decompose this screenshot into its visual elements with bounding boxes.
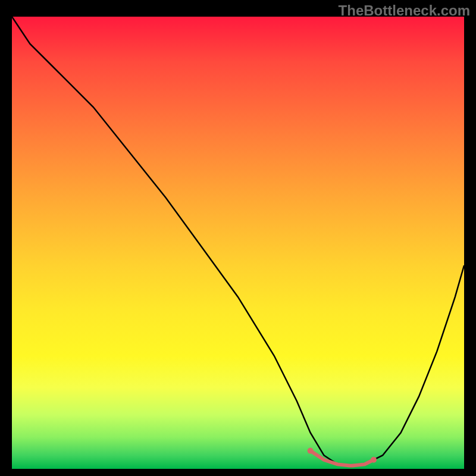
highlight-endpoint-right [371, 457, 377, 463]
bottleneck-curve [12, 17, 464, 466]
curve-svg [12, 17, 464, 469]
watermark-text: TheBottleneck.com [339, 2, 470, 19]
highlight-segment [311, 451, 374, 466]
highlight-endpoint-left [308, 448, 314, 454]
chart-container: TheBottleneck.com [0, 0, 476, 476]
plot-area [12, 17, 464, 469]
